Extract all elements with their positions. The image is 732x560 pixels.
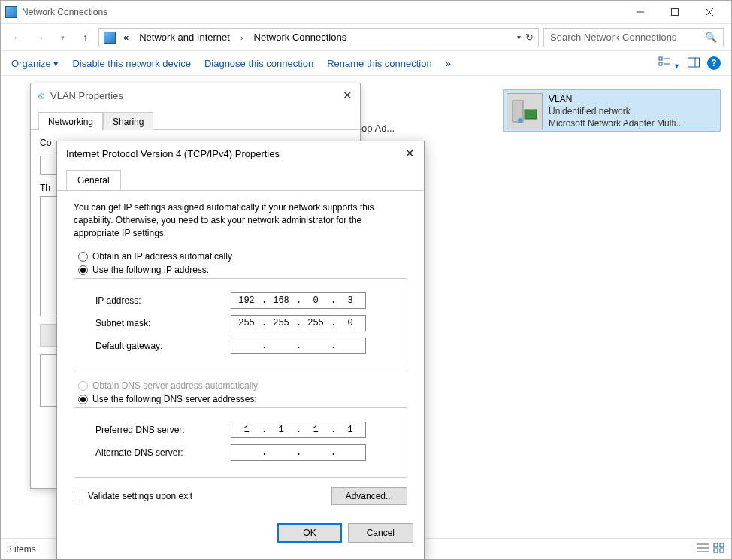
adapter-device: Microsoft Network Adapter Multi...: [549, 117, 683, 129]
preferred-dns-label: Preferred DNS server:: [95, 425, 231, 435]
search-placeholder: Search Network Connections: [550, 32, 699, 43]
preferred-dns-input[interactable]: 1. 1. 1. 1: [231, 422, 366, 438]
svg-rect-19: [720, 549, 724, 552]
svg-rect-11: [525, 110, 537, 119]
disable-device-cmd[interactable]: Disable this network device: [72, 58, 191, 69]
vlan-dialog-icon: ⎋: [38, 90, 44, 101]
status-item-count: 3 items: [7, 544, 36, 555]
search-icon[interactable]: 🔍: [705, 32, 717, 43]
forward-button[interactable]: →: [31, 29, 49, 47]
refresh-icon[interactable]: ↻: [525, 32, 534, 43]
radio-dns-auto-label: Obtain DNS server address automatically: [92, 380, 258, 391]
search-box[interactable]: Search Network Connections 🔍: [543, 28, 724, 47]
chevron-icon[interactable]: ›: [237, 33, 247, 42]
breadcrumb-seg-2[interactable]: Network Connections: [251, 32, 350, 43]
back-button[interactable]: ←: [8, 29, 26, 47]
tab-general[interactable]: General: [66, 170, 121, 190]
validate-checkbox[interactable]: [74, 492, 83, 501]
radio-ip-manual-label: Use the following IP address:: [92, 265, 209, 275]
svg-point-12: [518, 118, 522, 123]
svg-rect-17: [720, 543, 724, 547]
radio-dns-manual-label: Use the following DNS server addresses:: [92, 394, 257, 404]
organize-menu[interactable]: Organize ▾: [11, 58, 59, 69]
alternate-dns-label: Alternate DNS server:: [95, 447, 231, 458]
preview-pane-icon[interactable]: [688, 56, 700, 71]
alternate-dns-input[interactable]: . . .: [231, 444, 366, 461]
vlan-close-button[interactable]: ✕: [343, 89, 352, 102]
recent-dropdown[interactable]: ▾: [53, 29, 71, 47]
adapter-name: VLAN: [549, 93, 683, 105]
radio-ip-auto-label: Obtain an IP address automatically: [92, 251, 232, 262]
network-connections-icon: [5, 6, 17, 18]
cancel-button[interactable]: Cancel: [348, 523, 413, 543]
svg-rect-5: [659, 62, 662, 65]
navbar: ← → ▾ ↑ « Network and Internet › Network…: [1, 23, 731, 50]
adapter-item-vlan[interactable]: VLAN Unidentified network Microsoft Netw…: [503, 89, 721, 132]
svg-rect-18: [714, 549, 718, 552]
breadcrumb-seg-1[interactable]: Network and Internet: [136, 32, 233, 43]
address-bar[interactable]: « Network and Internet › Network Connect…: [98, 28, 539, 47]
address-dropdown-icon[interactable]: ▾: [517, 33, 521, 41]
adapter-icon: [507, 93, 543, 129]
ip-address-input[interactable]: 192. 168. 0. 3: [231, 292, 366, 309]
vlan-dialog-title: VLAN Properties: [50, 90, 123, 101]
svg-rect-4: [659, 57, 662, 60]
advanced-button[interactable]: Advanced...: [331, 487, 407, 505]
details-view-icon[interactable]: [697, 543, 709, 555]
maximize-button[interactable]: [658, 1, 692, 23]
up-button[interactable]: ↑: [76, 29, 94, 47]
tab-networking[interactable]: Networking: [38, 112, 103, 130]
titlebar: Network Connections: [1, 1, 731, 23]
radio-dns-auto: Obtain DNS server address automatically: [78, 380, 407, 391]
ok-button[interactable]: OK: [277, 523, 341, 543]
diagnose-cmd[interactable]: Diagnose this connection: [204, 58, 313, 69]
breadcrumb-prefix: «: [120, 32, 132, 43]
ipv4-dialog-title: Internet Protocol Version 4 (TCP/IPv4) P…: [66, 148, 280, 159]
subnet-mask-input[interactable]: 255. 255. 255. 0: [231, 315, 366, 331]
address-bar-icon: [104, 32, 116, 44]
svg-rect-16: [714, 543, 718, 547]
ip-address-label: IP address:: [95, 295, 231, 306]
icons-view-icon[interactable]: [713, 543, 725, 555]
ipv4-properties-dialog: Internet Protocol Version 4 (TCP/IPv4) P…: [56, 141, 425, 560]
subnet-mask-label: Subnet mask:: [95, 318, 231, 328]
ipv4-intro-text: You can get IP settings assigned automat…: [74, 201, 407, 239]
validate-label: Validate settings upon exit: [88, 491, 192, 501]
rename-cmd[interactable]: Rename this connection: [327, 58, 431, 69]
radio-ip-auto[interactable]: Obtain an IP address automatically: [78, 251, 407, 262]
view-options-icon[interactable]: ▼: [658, 56, 680, 71]
adapter-status: Unidentified network: [549, 105, 683, 117]
tab-sharing[interactable]: Sharing: [103, 112, 153, 130]
close-button[interactable]: [692, 1, 727, 23]
help-icon[interactable]: ?: [707, 56, 721, 70]
radio-ip-manual[interactable]: Use the following IP address:: [78, 265, 407, 275]
more-commands[interactable]: »: [446, 58, 451, 69]
svg-rect-8: [688, 58, 700, 67]
radio-dns-manual[interactable]: Use the following DNS server addresses:: [78, 394, 407, 404]
minimize-button[interactable]: [623, 1, 658, 23]
command-bar: Organize ▾ Disable this network device D…: [1, 50, 731, 76]
svg-rect-1: [672, 9, 679, 16]
default-gateway-label: Default gateway:: [95, 341, 231, 351]
window-title: Network Connections: [22, 7, 107, 17]
ipv4-close-button[interactable]: ✕: [405, 147, 415, 160]
default-gateway-input[interactable]: . . .: [231, 338, 366, 354]
